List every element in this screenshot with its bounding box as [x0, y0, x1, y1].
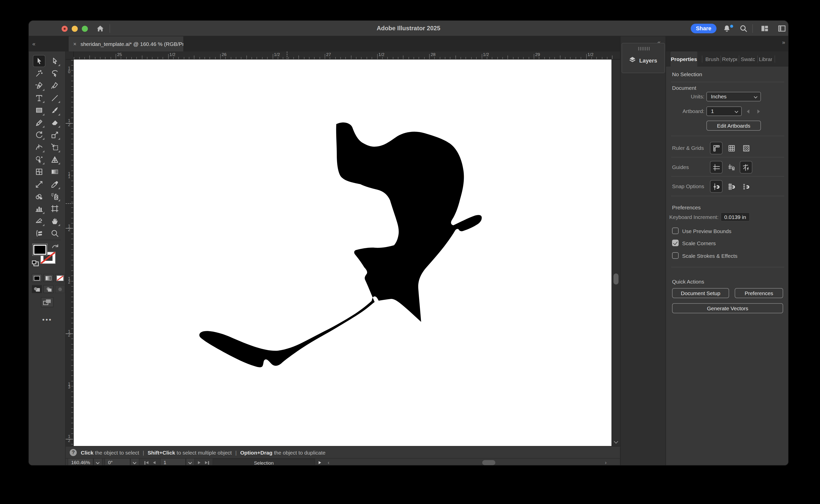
zoom-level-value[interactable]: 160.46%: [68, 459, 93, 466]
panels-toggle-icon[interactable]: [778, 24, 786, 33]
first-artboard-icon[interactable]: [144, 461, 145, 464]
document-setup-button[interactable]: Document Setup: [672, 288, 729, 298]
last-artboard-icon[interactable]: [205, 461, 208, 464]
notifications-bell-icon[interactable]: [723, 24, 731, 33]
eraser-tool[interactable]: [49, 117, 61, 128]
free-transform-tool[interactable]: [49, 142, 61, 153]
mesh-tool[interactable]: [33, 166, 45, 177]
direct-selection-tool[interactable]: [49, 55, 61, 67]
help-icon[interactable]: ?: [70, 449, 77, 456]
show-transparency-grid-button[interactable]: [740, 142, 752, 154]
fill-color-swatch[interactable]: [32, 244, 47, 256]
none-button[interactable]: [55, 274, 65, 282]
swap-fill-stroke-icon[interactable]: [51, 243, 60, 252]
zoom-level-dropdown[interactable]: [93, 459, 102, 466]
previous-artboard-arrow-icon[interactable]: [747, 109, 749, 114]
tab-close-icon[interactable]: ×: [73, 41, 76, 47]
fill-color-button[interactable]: [32, 274, 42, 282]
smart-guides-button[interactable]: [740, 161, 752, 173]
pen-tool[interactable]: [33, 80, 45, 91]
previous-artboard-icon[interactable]: [153, 461, 155, 464]
paintbrush-tool[interactable]: [49, 105, 61, 116]
width-tool[interactable]: [33, 142, 45, 153]
eyedropper-tool[interactable]: [49, 179, 61, 190]
snap-to-pixel-button[interactable]: [740, 181, 752, 192]
vertical-ruler[interactable]: 1012111212121312: [66, 60, 74, 446]
gradient-tool[interactable]: [49, 166, 61, 177]
search-icon[interactable]: [739, 24, 748, 33]
zoom-tool[interactable]: [49, 228, 61, 239]
measure-tool[interactable]: [33, 179, 45, 190]
selection-tool[interactable]: [33, 55, 45, 67]
rotate-tool[interactable]: [33, 129, 45, 141]
generate-vectors-button[interactable]: Generate Vectors: [672, 303, 783, 313]
screen-mode-button[interactable]: [41, 297, 53, 307]
scale-tool[interactable]: [49, 129, 61, 141]
column-graph-tool[interactable]: [33, 203, 45, 214]
tab-libraries[interactable]: Libraries: [759, 51, 772, 67]
tab-retype[interactable]: Retype: [722, 51, 737, 67]
lasso-tool[interactable]: [49, 68, 61, 79]
rectangle-tool[interactable]: [33, 105, 45, 116]
draw-normal-mode-button[interactable]: [32, 285, 42, 293]
line-segment-tool[interactable]: [49, 92, 61, 103]
artboard-number-field[interactable]: 1: [160, 459, 186, 466]
scroll-right-arrow-icon[interactable]: ›: [605, 460, 607, 466]
units-select[interactable]: Inches: [706, 92, 761, 101]
workspace-switcher-icon[interactable]: [760, 24, 769, 33]
scroll-down-arrow-icon[interactable]: [614, 440, 618, 444]
snap-to-grid-button[interactable]: [726, 181, 737, 192]
draw-inside-mode-button[interactable]: [55, 285, 65, 293]
curvature-tool[interactable]: [49, 80, 61, 91]
vertical-scrollbar-thumb[interactable]: [613, 273, 619, 285]
preferences-button[interactable]: Preferences: [735, 288, 783, 298]
symbol-sprayer-tool[interactable]: [49, 191, 61, 202]
checkbox-scale-strokes-effects[interactable]: [672, 252, 679, 259]
status-tool-indicator[interactable]: Selection: [213, 459, 315, 466]
hand-tool[interactable]: [49, 215, 61, 227]
layers-panel-button[interactable]: Layers: [622, 43, 665, 73]
show-grid-button[interactable]: [726, 142, 737, 154]
type-tool[interactable]: [33, 92, 45, 103]
next-artboard-arrow-icon[interactable]: [757, 109, 760, 114]
show-rulers-button[interactable]: [711, 142, 722, 154]
horizontal-ruler[interactable]: 251/2261/2271/2281/2291/2: [74, 51, 620, 60]
collapse-toolbar-chevron[interactable]: «: [32, 41, 35, 47]
ruler-origin-corner[interactable]: [66, 51, 74, 60]
first-artboard-icon[interactable]: [146, 461, 148, 464]
scroll-left-arrow-icon[interactable]: ‹: [328, 460, 330, 466]
tab-brushes[interactable]: Brushes: [705, 51, 719, 67]
horizontal-scrollbar-thumb[interactable]: [482, 460, 495, 465]
gradient-button[interactable]: [43, 274, 53, 282]
blend-tool[interactable]: [33, 191, 45, 202]
perspective-grid-tool[interactable]: [49, 154, 61, 165]
vertical-scrollbar[interactable]: [611, 60, 620, 446]
tab-properties[interactable]: Properties: [671, 51, 697, 67]
edit-toolbar-button[interactable]: •••: [29, 316, 66, 323]
artboard-tool[interactable]: [49, 203, 61, 214]
document-tab[interactable]: ×sheridan_template.ai* @ 160.46 % (RGB/P…: [69, 36, 183, 51]
shape-builder-tool[interactable]: [33, 154, 45, 165]
next-artboard-icon[interactable]: [198, 461, 200, 464]
share-button[interactable]: Share: [691, 24, 717, 33]
snap-to-point-button[interactable]: [711, 181, 722, 192]
magic-wand-tool[interactable]: [33, 68, 45, 79]
artboard-viewport[interactable]: [74, 60, 611, 446]
pencil-tool[interactable]: [33, 117, 45, 128]
status-menu-arrow-icon[interactable]: [319, 461, 321, 464]
artboard-dropdown[interactable]: [186, 459, 195, 466]
print-tiling-tool[interactable]: [33, 228, 45, 239]
rotation-dropdown[interactable]: [130, 459, 139, 466]
keyboard-increment-field[interactable]: 0.0139 in: [721, 212, 750, 221]
lock-guides-button[interactable]: [726, 161, 737, 173]
panel-grip-icon[interactable]: [638, 47, 650, 50]
artboard-select[interactable]: 1: [706, 106, 742, 116]
artwork-shape[interactable]: [195, 117, 488, 374]
tab-swatches[interactable]: Swatches: [741, 51, 755, 67]
expand-panel-chevron[interactable]: »: [782, 40, 785, 45]
edit-artboards-button[interactable]: Edit Artboards: [706, 121, 761, 131]
default-fill-stroke-icon[interactable]: [32, 259, 39, 268]
draw-behind-mode-button[interactable]: [43, 285, 53, 293]
rotation-value[interactable]: 0°: [104, 459, 130, 466]
show-guides-button[interactable]: [711, 161, 722, 173]
